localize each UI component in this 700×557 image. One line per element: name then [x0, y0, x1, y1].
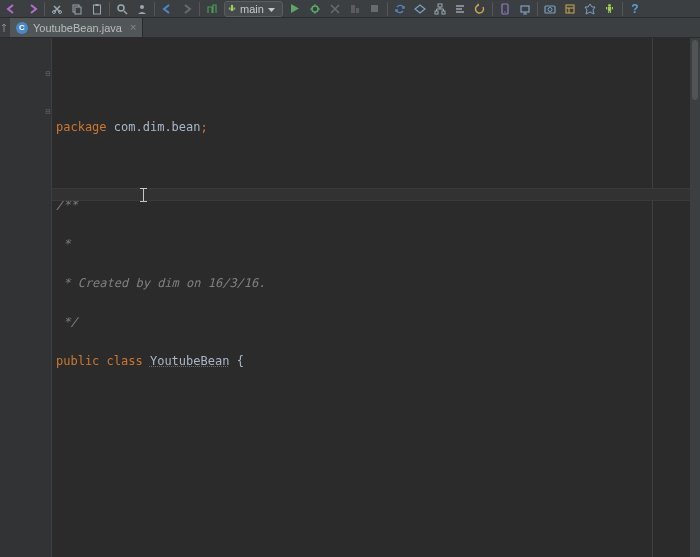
svg-point-20 — [504, 11, 505, 12]
code-line: */ — [52, 316, 690, 329]
help-icon[interactable]: ? — [625, 1, 645, 17]
code-style-icon[interactable] — [450, 1, 470, 17]
fold-minus-icon[interactable]: ⊟ — [44, 108, 52, 116]
svg-point-25 — [609, 4, 612, 7]
svg-rect-29 — [609, 11, 610, 13]
separator — [199, 2, 200, 16]
svg-point-23 — [548, 7, 552, 11]
search-icon[interactable] — [112, 1, 132, 17]
code-line — [52, 160, 690, 173]
svg-rect-5 — [96, 4, 99, 6]
svg-rect-10 — [229, 7, 230, 9]
undo-arrow-icon[interactable] — [2, 1, 22, 17]
editor-area: ⊟ ⊟ package com.dim.bean; /** * * Create… — [0, 38, 700, 557]
code-editor[interactable]: package com.dim.bean; /** * * Created by… — [52, 38, 690, 557]
separator — [537, 2, 538, 16]
java-class-icon: C — [16, 22, 28, 34]
code-line — [52, 433, 690, 446]
code-line: * — [52, 238, 690, 251]
code-line — [52, 550, 690, 557]
right-margin-line — [652, 38, 653, 557]
nav-forward-icon[interactable] — [177, 1, 197, 17]
hierarchy-icon[interactable] — [430, 1, 450, 17]
separator — [622, 2, 623, 16]
avd-manager-icon[interactable] — [495, 1, 515, 17]
svg-rect-26 — [608, 7, 611, 12]
svg-rect-18 — [442, 11, 445, 14]
redo-arrow-icon[interactable] — [22, 1, 42, 17]
build-icon[interactable] — [202, 1, 222, 17]
code-line: package com.dim.bean; — [52, 121, 690, 134]
svg-point-7 — [140, 5, 144, 9]
caret-line-highlight — [52, 188, 690, 201]
svg-rect-16 — [438, 4, 442, 7]
separator — [109, 2, 110, 16]
svg-rect-11 — [234, 7, 235, 9]
svg-rect-17 — [435, 11, 438, 14]
android-monitor-icon[interactable] — [600, 1, 620, 17]
sdk-manager-icon[interactable] — [515, 1, 535, 17]
close-icon[interactable]: × — [130, 22, 136, 33]
svg-rect-24 — [566, 5, 574, 13]
gradle-build-icon[interactable] — [410, 1, 430, 17]
scrollbar-thumb[interactable] — [692, 40, 698, 100]
revert-icon[interactable] — [470, 1, 490, 17]
screenshot-icon[interactable] — [540, 1, 560, 17]
main-toolbar: main — [0, 0, 700, 18]
coverage-icon[interactable] — [345, 1, 365, 17]
svg-point-6 — [118, 5, 124, 11]
run-config-selector[interactable]: main — [224, 1, 283, 17]
svg-rect-30 — [610, 11, 611, 13]
stop-icon[interactable] — [365, 1, 385, 17]
layout-editor-icon[interactable] — [560, 1, 580, 17]
svg-rect-21 — [521, 6, 529, 12]
svg-rect-28 — [612, 7, 613, 9]
separator — [387, 2, 388, 16]
code-line — [52, 472, 690, 485]
gutter[interactable]: ⊟ ⊟ — [0, 38, 52, 557]
svg-rect-9 — [231, 7, 234, 11]
copy-icon[interactable] — [67, 1, 87, 17]
code-line — [52, 394, 690, 407]
nav-back-icon[interactable] — [157, 1, 177, 17]
code-line: * Created by dim on 16/3/16. — [52, 277, 690, 290]
editor-tabs: C YoutubeBean.java × — [0, 18, 700, 38]
paste-icon[interactable] — [87, 1, 107, 17]
code-line — [52, 511, 690, 524]
svg-rect-27 — [606, 7, 607, 9]
fold-minus-icon[interactable]: ⊟ — [44, 70, 52, 78]
tab-youtubebean[interactable]: C YoutubeBean.java × — [10, 18, 143, 37]
separator — [154, 2, 155, 16]
svg-point-8 — [231, 4, 233, 6]
svg-rect-4 — [94, 5, 101, 14]
svg-rect-13 — [351, 5, 355, 13]
sync-icon[interactable] — [390, 1, 410, 17]
attach-debugger-icon[interactable] — [325, 1, 345, 17]
tabs-handle-icon[interactable] — [0, 18, 10, 37]
svg-rect-14 — [356, 8, 359, 13]
separator — [492, 2, 493, 16]
error-stripe[interactable] — [690, 38, 700, 557]
svg-rect-3 — [75, 7, 81, 14]
cut-icon[interactable] — [47, 1, 67, 17]
separator — [44, 2, 45, 16]
run-config-label: main — [240, 3, 264, 15]
chevron-down-icon — [268, 3, 278, 15]
run-icon[interactable] — [285, 1, 305, 17]
avatar-icon[interactable] — [132, 1, 152, 17]
code-line: public class YoutubeBean { — [52, 355, 690, 368]
theme-icon[interactable] — [580, 1, 600, 17]
tab-label: YoutubeBean.java — [33, 22, 122, 34]
debug-icon[interactable] — [305, 1, 325, 17]
svg-rect-15 — [371, 5, 378, 12]
